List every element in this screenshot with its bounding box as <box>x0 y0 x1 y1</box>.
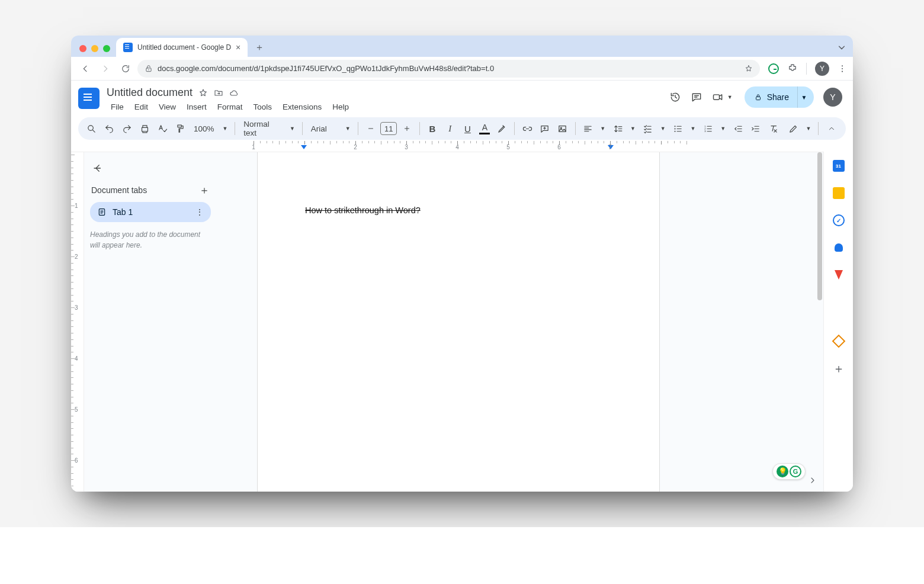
decrease-fontsize-button[interactable] <box>363 120 378 137</box>
grammarly-widget[interactable]: 💡 G <box>772 463 806 480</box>
insert-image-button[interactable] <box>555 120 570 137</box>
docs-home-icon[interactable] <box>78 88 100 109</box>
menu-extensions[interactable]: Extensions <box>278 100 326 114</box>
window-close-button[interactable] <box>79 45 86 52</box>
chevron-down-icon[interactable]: ▼ <box>287 126 297 131</box>
bold-button[interactable]: B <box>425 120 440 137</box>
chevron-down-icon[interactable]: ▼ <box>803 126 813 131</box>
vertical-ruler[interactable]: 123456 <box>71 152 84 492</box>
grammarly-icon[interactable]: G <box>790 466 801 477</box>
document-title-input[interactable]: Untitled document <box>107 86 192 99</box>
back-button[interactable] <box>77 60 94 77</box>
window-zoom-button[interactable] <box>103 45 110 52</box>
redo-button[interactable] <box>120 120 135 137</box>
chevron-down-icon[interactable]: ▼ <box>718 126 728 131</box>
add-addon-button[interactable]: ＋ <box>833 362 845 374</box>
share-dropdown-icon[interactable]: ▼ <box>797 86 810 108</box>
horizontal-ruler[interactable]: 1234567 <box>71 141 853 152</box>
chevron-down-icon[interactable]: ▼ <box>220 126 230 131</box>
fontsize-input[interactable]: 11 <box>380 122 397 135</box>
document-tab[interactable]: Tab 1 ⋮ <box>90 202 211 222</box>
print-button[interactable] <box>137 120 152 137</box>
bookmark-star-icon[interactable] <box>745 65 753 73</box>
move-folder-icon[interactable] <box>214 88 223 98</box>
svg-point-2 <box>842 68 843 69</box>
star-icon[interactable] <box>198 88 208 98</box>
chevron-down-icon[interactable]: ▼ <box>658 126 668 131</box>
indent-increase-button[interactable] <box>748 120 763 137</box>
text-color-button[interactable]: A <box>477 120 492 137</box>
chrome-menu-icon[interactable] <box>838 64 847 73</box>
insert-comment-button[interactable] <box>537 120 553 137</box>
numbered-list-button[interactable]: 123 <box>700 120 716 137</box>
zoom-select[interactable]: 100% <box>190 124 218 133</box>
forward-button[interactable] <box>97 60 114 77</box>
site-info-icon[interactable] <box>145 65 153 73</box>
document-text[interactable]: How to strikethrough in Word? <box>305 206 421 215</box>
menu-tools[interactable]: Tools <box>249 100 277 114</box>
first-line-indent-marker[interactable] <box>301 145 307 149</box>
add-tab-button[interactable]: ＋ <box>199 183 210 197</box>
bulleted-list-button[interactable] <box>670 120 686 137</box>
history-icon[interactable] <box>669 91 681 103</box>
insert-link-button[interactable] <box>519 120 535 137</box>
paragraph-style-select[interactable]: Normal text <box>240 120 285 137</box>
meet-button[interactable]: ▼ <box>712 91 735 103</box>
window-minimize-button[interactable] <box>91 45 98 52</box>
search-menu-icon[interactable] <box>84 120 100 137</box>
cloud-saved-icon[interactable] <box>229 88 239 98</box>
line-spacing-button[interactable] <box>610 120 625 137</box>
scrollbar[interactable] <box>816 152 823 474</box>
tasks-icon[interactable] <box>833 214 845 226</box>
collapse-toolbar-button[interactable] <box>823 120 840 137</box>
url-input[interactable]: docs.google.com/document/d/1pkdspeJ1fi74… <box>137 60 760 78</box>
grammarly-extension-icon[interactable] <box>768 63 779 74</box>
extensions-icon[interactable] <box>787 63 798 74</box>
indent-decrease-button[interactable] <box>730 120 746 137</box>
editing-mode-button[interactable] <box>786 120 801 137</box>
comments-icon[interactable] <box>691 91 702 103</box>
page[interactable]: How to strikethrough in Word? <box>257 152 660 492</box>
underline-button[interactable]: U <box>460 120 476 137</box>
share-button[interactable]: Share ▼ <box>745 86 814 108</box>
menu-format[interactable]: Format <box>213 100 247 114</box>
font-select[interactable]: Arial <box>307 124 341 133</box>
tabs-dropdown-icon[interactable] <box>838 43 853 57</box>
menu-insert[interactable]: Insert <box>182 100 211 114</box>
chevron-down-icon[interactable]: ▼ <box>343 126 353 131</box>
document-canvas[interactable]: How to strikethrough in Word? 💡 G <box>217 152 823 492</box>
tab-menu-icon[interactable]: ⋮ <box>195 207 204 217</box>
increase-fontsize-button[interactable] <box>399 120 415 137</box>
browser-tab[interactable]: Untitled document - Google D × <box>116 38 248 57</box>
calendar-icon[interactable] <box>833 160 845 172</box>
chrome-profile-avatar[interactable]: Y <box>815 62 829 76</box>
addon-icon[interactable] <box>833 335 845 347</box>
maps-icon[interactable] <box>833 269 845 281</box>
chevron-down-icon[interactable]: ▼ <box>688 126 698 131</box>
svg-text:3: 3 <box>704 130 706 133</box>
chevron-down-icon[interactable]: ▼ <box>628 126 638 131</box>
contacts-icon[interactable] <box>833 242 845 254</box>
new-tab-button[interactable]: ＋ <box>251 39 268 56</box>
checklist-button[interactable] <box>640 120 656 137</box>
reload-button[interactable] <box>117 60 134 77</box>
account-avatar[interactable]: Y <box>823 88 842 107</box>
google-docs-app: Untitled document File Edit View Insert … <box>71 81 853 492</box>
chevron-down-icon[interactable]: ▼ <box>598 126 608 131</box>
outline-back-button[interactable] <box>90 161 105 176</box>
paint-format-button[interactable] <box>172 120 188 137</box>
menu-file[interactable]: File <box>107 100 128 114</box>
keep-icon[interactable] <box>833 187 845 199</box>
bulb-icon[interactable]: 💡 <box>777 466 788 477</box>
undo-button[interactable] <box>102 120 117 137</box>
menu-help[interactable]: Help <box>328 100 353 114</box>
highlight-button[interactable] <box>494 120 509 137</box>
tab-close-icon[interactable]: × <box>236 43 240 52</box>
clear-formatting-button[interactable] <box>766 120 781 137</box>
align-button[interactable] <box>580 120 595 137</box>
spellcheck-button[interactable] <box>155 120 170 137</box>
expand-side-panel-icon[interactable] <box>808 476 817 487</box>
menu-edit[interactable]: Edit <box>130 100 152 114</box>
italic-button[interactable]: I <box>442 120 458 137</box>
menu-view[interactable]: View <box>155 100 180 114</box>
